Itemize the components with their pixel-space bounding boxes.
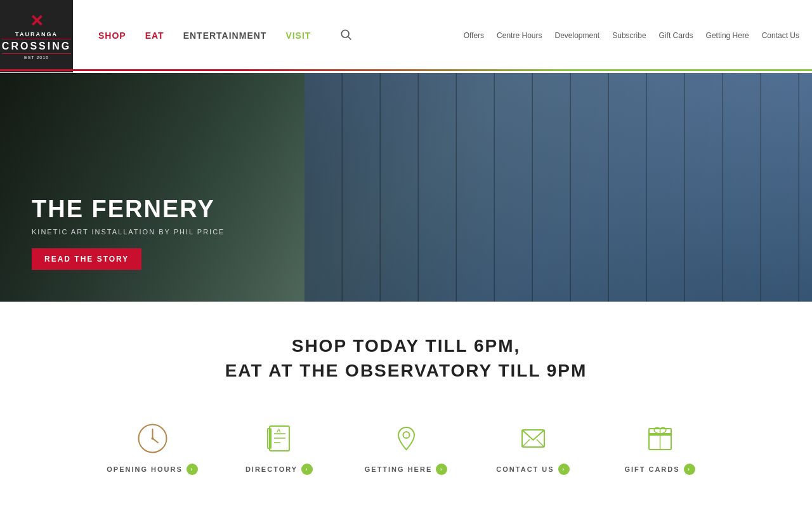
svg-text:A: A: [277, 427, 281, 434]
nav-entertainment[interactable]: ENTERTAINMENT: [183, 30, 267, 41]
svg-point-10: [403, 432, 409, 438]
nav-development[interactable]: Development: [554, 31, 599, 40]
nav-shop[interactable]: SHOP: [98, 30, 126, 41]
arrow-icon: ›: [187, 464, 198, 475]
gift-cards-label: GIFT CARDS ›: [624, 464, 695, 475]
hero-subtitle: KINETIC ART INSTALLATION BY PHIL PRICE: [32, 228, 225, 236]
secondary-navigation: Offers Centre Hours Development Subscrib…: [464, 31, 812, 40]
hero-cta-button[interactable]: READ THE STORY: [32, 248, 141, 270]
directory-label: DIRECTORY ›: [246, 464, 313, 475]
nav-subscribe[interactable]: Subscribe: [612, 31, 646, 40]
header: ✕ TAURANGA CROSSING EST 2016 SHOP EAT EN…: [0, 0, 812, 73]
svg-line-1: [348, 37, 351, 40]
main-navigation: SHOP EAT ENTERTAINMENT VISIT: [73, 28, 352, 43]
opening-hours-label: OPENING HOURS ›: [107, 464, 198, 475]
nav-visit[interactable]: VISIT: [285, 30, 311, 41]
logo-text-mid: CROSSING: [2, 41, 71, 52]
search-icon: [339, 28, 352, 41]
location-icon: [389, 421, 424, 456]
search-button[interactable]: [339, 28, 352, 43]
arrow-icon: ›: [436, 464, 447, 475]
directory-link[interactable]: A DIRECTORY ›: [216, 421, 343, 475]
nav-centre-hours[interactable]: Centre Hours: [497, 31, 542, 40]
contact-icon: [516, 421, 551, 456]
gift-cards-link[interactable]: GIFT CARDS ›: [596, 421, 723, 475]
hero-content: THE FERNERY KINETIC ART INSTALLATION BY …: [0, 196, 256, 302]
hours-title: SHOP TODAY TILL 6PM, EAT AT THE OBSERVAT…: [13, 333, 799, 383]
getting-here-label: GETTING HERE ›: [365, 464, 448, 475]
directory-icon: A: [262, 421, 297, 456]
svg-line-13: [537, 439, 544, 447]
contact-us-link[interactable]: CONTACT US ›: [469, 421, 596, 475]
giftcard-icon: [643, 421, 678, 456]
icon-links-section: OPENING HOURS › A DIRECTORY ›: [0, 402, 812, 488]
svg-point-0: [342, 30, 350, 37]
logo[interactable]: ✕ TAURANGA CROSSING EST 2016: [0, 0, 73, 72]
contact-us-label: CONTACT US ›: [496, 464, 569, 475]
nav-offers[interactable]: Offers: [464, 31, 484, 40]
nav-gift-cards[interactable]: Gift Cards: [659, 31, 693, 40]
nav-getting-here[interactable]: Getting Here: [706, 31, 749, 40]
hours-section: SHOP TODAY TILL 6PM, EAT AT THE OBSERVAT…: [0, 302, 812, 402]
arrow-icon: ›: [684, 464, 695, 475]
hero-banner: THE FERNERY KINETIC ART INSTALLATION BY …: [0, 73, 812, 302]
svg-point-3: [151, 438, 154, 440]
nav-contact-us[interactable]: Contact Us: [762, 31, 799, 40]
opening-hours-link[interactable]: OPENING HOURS ›: [89, 421, 216, 475]
nav-eat[interactable]: EAT: [145, 30, 164, 41]
logo-symbol: ✕: [2, 11, 71, 31]
clock-icon: [135, 421, 170, 456]
svg-line-12: [522, 439, 530, 447]
hero-title: THE FERNERY: [32, 196, 225, 223]
arrow-icon: ›: [301, 464, 313, 475]
arrow-icon: ›: [558, 464, 570, 475]
logo-text-bottom: EST 2016: [2, 55, 71, 60]
logo-text-top: TAURANGA: [2, 31, 71, 37]
getting-here-link[interactable]: GETTING HERE ›: [343, 421, 469, 475]
